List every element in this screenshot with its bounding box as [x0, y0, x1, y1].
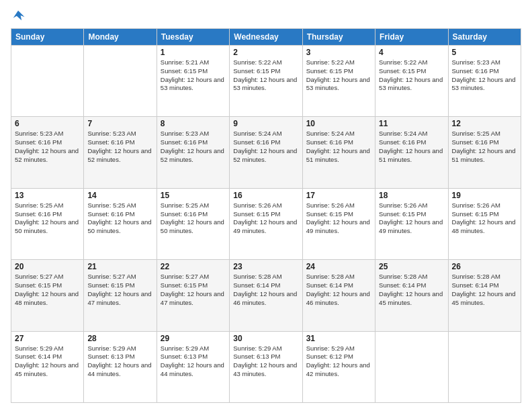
day-number: 23 — [233, 262, 298, 271]
day-number: 1 — [161, 48, 226, 57]
day-number: 15 — [161, 191, 226, 200]
calendar-cell: 7Sunrise: 5:23 AMSunset: 6:16 PMDaylight… — [84, 117, 157, 188]
calendar-cell: 11Sunrise: 5:24 AMSunset: 6:16 PMDayligh… — [375, 117, 448, 188]
calendar-cell: 6Sunrise: 5:23 AMSunset: 6:16 PMDaylight… — [11, 117, 84, 188]
day-number: 22 — [161, 262, 226, 271]
day-info: Sunrise: 5:24 AMSunset: 6:16 PMDaylight:… — [379, 130, 444, 164]
day-number: 5 — [452, 48, 517, 57]
calendar-cell — [448, 331, 521, 402]
calendar-cell: 10Sunrise: 5:24 AMSunset: 6:16 PMDayligh… — [302, 117, 375, 188]
day-info: Sunrise: 5:28 AMSunset: 6:14 PMDaylight:… — [452, 273, 517, 307]
calendar-cell: 8Sunrise: 5:23 AMSunset: 6:16 PMDaylight… — [157, 117, 229, 188]
calendar-cell — [84, 46, 157, 117]
day-info: Sunrise: 5:29 AMSunset: 6:12 PMDaylight:… — [306, 345, 371, 379]
calendar-cell: 29Sunrise: 5:29 AMSunset: 6:13 PMDayligh… — [157, 331, 229, 402]
logo — [11, 8, 26, 23]
day-info: Sunrise: 5:28 AMSunset: 6:14 PMDaylight:… — [306, 273, 371, 307]
calendar-week-row: 27Sunrise: 5:29 AMSunset: 6:14 PMDayligh… — [11, 331, 521, 402]
calendar-cell: 4Sunrise: 5:22 AMSunset: 6:15 PMDaylight… — [375, 46, 448, 117]
weekday-header-saturday: Saturday — [448, 29, 521, 46]
day-info: Sunrise: 5:24 AMSunset: 6:16 PMDaylight:… — [233, 130, 298, 164]
day-number: 19 — [452, 191, 517, 200]
calendar-week-row: 6Sunrise: 5:23 AMSunset: 6:16 PMDaylight… — [11, 117, 521, 188]
calendar-cell: 12Sunrise: 5:25 AMSunset: 6:16 PMDayligh… — [448, 117, 521, 188]
weekday-header-thursday: Thursday — [302, 29, 375, 46]
calendar-cell: 16Sunrise: 5:26 AMSunset: 6:15 PMDayligh… — [230, 188, 302, 259]
day-number: 30 — [233, 334, 298, 343]
day-info: Sunrise: 5:22 AMSunset: 6:15 PMDaylight:… — [379, 58, 444, 93]
day-info: Sunrise: 5:27 AMSunset: 6:15 PMDaylight:… — [87, 273, 152, 307]
day-number: 4 — [379, 48, 444, 57]
calendar-cell: 15Sunrise: 5:25 AMSunset: 6:16 PMDayligh… — [157, 188, 229, 259]
day-number: 29 — [161, 334, 226, 343]
calendar-cell: 1Sunrise: 5:21 AMSunset: 6:15 PMDaylight… — [157, 46, 229, 117]
calendar-cell: 9Sunrise: 5:24 AMSunset: 6:16 PMDaylight… — [230, 117, 302, 188]
day-number: 7 — [87, 119, 152, 128]
day-info: Sunrise: 5:27 AMSunset: 6:15 PMDaylight:… — [15, 273, 80, 307]
day-number: 3 — [306, 48, 371, 57]
calendar-cell — [375, 331, 448, 402]
day-info: Sunrise: 5:23 AMSunset: 6:16 PMDaylight:… — [452, 58, 517, 93]
logo-general-text — [11, 8, 26, 23]
day-number: 8 — [161, 119, 226, 128]
calendar-week-row: 20Sunrise: 5:27 AMSunset: 6:15 PMDayligh… — [11, 260, 521, 331]
day-info: Sunrise: 5:22 AMSunset: 6:15 PMDaylight:… — [233, 58, 298, 93]
day-number: 18 — [379, 191, 444, 200]
day-info: Sunrise: 5:29 AMSunset: 6:13 PMDaylight:… — [161, 345, 226, 379]
calendar-cell: 19Sunrise: 5:26 AMSunset: 6:15 PMDayligh… — [448, 188, 521, 259]
calendar-cell: 3Sunrise: 5:22 AMSunset: 6:15 PMDaylight… — [302, 46, 375, 117]
weekday-header-sunday: Sunday — [11, 29, 84, 46]
calendar-cell: 24Sunrise: 5:28 AMSunset: 6:14 PMDayligh… — [302, 260, 375, 331]
calendar-cell: 22Sunrise: 5:27 AMSunset: 6:15 PMDayligh… — [157, 260, 229, 331]
weekday-header-tuesday: Tuesday — [157, 29, 229, 46]
calendar-header-row: SundayMondayTuesdayWednesdayThursdayFrid… — [11, 29, 521, 46]
weekday-header-monday: Monday — [84, 29, 157, 46]
day-info: Sunrise: 5:29 AMSunset: 6:13 PMDaylight:… — [87, 345, 152, 379]
calendar-page: SundayMondayTuesdayWednesdayThursdayFrid… — [0, 0, 532, 411]
calendar-cell: 31Sunrise: 5:29 AMSunset: 6:12 PMDayligh… — [302, 331, 375, 402]
day-number: 17 — [306, 191, 371, 200]
day-info: Sunrise: 5:25 AMSunset: 6:16 PMDaylight:… — [161, 201, 226, 236]
day-info: Sunrise: 5:25 AMSunset: 6:16 PMDaylight:… — [87, 201, 152, 236]
day-info: Sunrise: 5:29 AMSunset: 6:14 PMDaylight:… — [15, 345, 80, 379]
day-number: 10 — [306, 119, 371, 128]
day-info: Sunrise: 5:23 AMSunset: 6:16 PMDaylight:… — [87, 130, 152, 164]
day-number: 21 — [87, 262, 152, 271]
day-number: 12 — [452, 119, 517, 128]
calendar-cell: 13Sunrise: 5:25 AMSunset: 6:16 PMDayligh… — [11, 188, 84, 259]
day-info: Sunrise: 5:26 AMSunset: 6:15 PMDaylight:… — [233, 201, 298, 236]
day-info: Sunrise: 5:27 AMSunset: 6:15 PMDaylight:… — [161, 273, 226, 307]
day-number: 20 — [15, 262, 80, 271]
calendar-cell: 21Sunrise: 5:27 AMSunset: 6:15 PMDayligh… — [84, 260, 157, 331]
calendar-cell: 2Sunrise: 5:22 AMSunset: 6:15 PMDaylight… — [230, 46, 302, 117]
calendar-week-row: 1Sunrise: 5:21 AMSunset: 6:15 PMDaylight… — [11, 46, 521, 117]
day-number: 25 — [379, 262, 444, 271]
calendar-cell: 28Sunrise: 5:29 AMSunset: 6:13 PMDayligh… — [84, 331, 157, 402]
day-number: 31 — [306, 334, 371, 343]
weekday-header-friday: Friday — [375, 29, 448, 46]
day-info: Sunrise: 5:29 AMSunset: 6:13 PMDaylight:… — [233, 345, 298, 379]
day-info: Sunrise: 5:24 AMSunset: 6:16 PMDaylight:… — [306, 130, 371, 164]
day-number: 6 — [15, 119, 80, 128]
day-number: 13 — [15, 191, 80, 200]
calendar-cell: 17Sunrise: 5:26 AMSunset: 6:15 PMDayligh… — [302, 188, 375, 259]
day-info: Sunrise: 5:26 AMSunset: 6:15 PMDaylight:… — [452, 201, 517, 236]
day-info: Sunrise: 5:25 AMSunset: 6:16 PMDaylight:… — [452, 130, 517, 164]
calendar-table: SundayMondayTuesdayWednesdayThursdayFrid… — [11, 28, 521, 403]
calendar-cell: 30Sunrise: 5:29 AMSunset: 6:13 PMDayligh… — [230, 331, 302, 402]
day-info: Sunrise: 5:28 AMSunset: 6:14 PMDaylight:… — [379, 273, 444, 307]
day-info: Sunrise: 5:26 AMSunset: 6:15 PMDaylight:… — [379, 201, 444, 236]
calendar-cell: 18Sunrise: 5:26 AMSunset: 6:15 PMDayligh… — [375, 188, 448, 259]
calendar-cell: 20Sunrise: 5:27 AMSunset: 6:15 PMDayligh… — [11, 260, 84, 331]
calendar-cell: 5Sunrise: 5:23 AMSunset: 6:16 PMDaylight… — [448, 46, 521, 117]
weekday-header-wednesday: Wednesday — [230, 29, 302, 46]
calendar-cell: 23Sunrise: 5:28 AMSunset: 6:14 PMDayligh… — [230, 260, 302, 331]
day-info: Sunrise: 5:28 AMSunset: 6:14 PMDaylight:… — [233, 273, 298, 307]
day-number: 26 — [452, 262, 517, 271]
calendar-cell — [11, 46, 84, 117]
day-info: Sunrise: 5:21 AMSunset: 6:15 PMDaylight:… — [161, 58, 226, 93]
header — [11, 8, 521, 23]
logo-bird-icon — [11, 8, 26, 23]
day-info: Sunrise: 5:25 AMSunset: 6:16 PMDaylight:… — [15, 201, 80, 236]
day-info: Sunrise: 5:23 AMSunset: 6:16 PMDaylight:… — [161, 130, 226, 164]
